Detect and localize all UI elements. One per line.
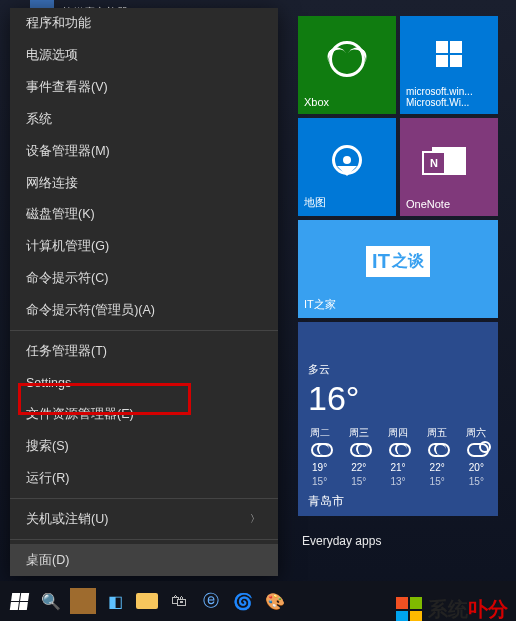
start-button[interactable] (6, 588, 32, 614)
forecast-day: 周六20°15° (459, 426, 494, 487)
onenote-icon (406, 124, 492, 198)
cm-command-prompt-admin[interactable]: 命令提示符(管理员)(A) (10, 294, 278, 326)
tile-sublabel: Microsoft.Wi... (406, 97, 492, 108)
microsoft-logo-icon (396, 597, 422, 622)
weather-condition: 多云 (298, 356, 498, 379)
taskbar-app-2[interactable]: ◧ (102, 588, 128, 614)
cm-separator (10, 539, 278, 540)
xbox-icon (304, 22, 390, 96)
cm-settings[interactable]: Settings (10, 367, 278, 399)
cm-shutdown-signout[interactable]: 关机或注销(U) 〉 (10, 503, 278, 535)
cm-separator (10, 330, 278, 331)
tile-onenote[interactable]: OneNote (400, 118, 498, 216)
chevron-right-icon: 〉 (250, 512, 260, 526)
weather-forecast: 周二19°15°周三22°15°周四21°13°周五22°15°周六20°15° (298, 424, 498, 487)
cm-event-viewer[interactable]: 事件查看器(V) (10, 72, 278, 104)
cm-file-explorer[interactable]: 文件资源管理器(E) (10, 399, 278, 431)
weather-location: 青岛市 (298, 487, 498, 516)
tile-weather[interactable]: 多云 16° 周二19°15°周三22°15°周四21°13°周五22°15°周… (298, 322, 498, 516)
tile-ms-windows[interactable]: microsoft.win... Microsoft.Wi... (400, 16, 498, 114)
cm-search[interactable]: 搜索(S) (10, 431, 278, 463)
cm-desktop[interactable]: 桌面(D) (10, 544, 278, 576)
store-icon[interactable]: 🛍 (166, 588, 192, 614)
cm-run[interactable]: 运行(R) (10, 463, 278, 495)
winx-context-menu: 程序和功能 电源选项 事件查看器(V) 系统 设备管理器(M) 网络连接 磁盘管… (10, 8, 278, 576)
weather-temp: 16° (298, 379, 498, 424)
file-explorer-icon[interactable] (134, 588, 160, 614)
cloud-icon (465, 443, 487, 459)
tile-xbox[interactable]: Xbox (298, 16, 396, 114)
tile-label: Xbox (304, 96, 390, 108)
cloud-icon (309, 443, 331, 459)
cm-power-options[interactable]: 电源选项 (10, 40, 278, 72)
tile-label: IT之家 (304, 297, 492, 312)
cm-separator (10, 498, 278, 499)
windows-icon (406, 22, 492, 86)
taskbar-app-4[interactable]: 🎨 (262, 588, 288, 614)
tile-label: microsoft.win... (406, 86, 492, 97)
tile-group-header[interactable]: Everyday apps (298, 526, 498, 556)
tile-ithome[interactable]: IT之谈 IT之家 (298, 220, 498, 318)
edge-icon[interactable]: ⓔ (198, 588, 224, 614)
search-icon[interactable]: 🔍 (38, 588, 64, 614)
tile-label: 地图 (304, 195, 390, 210)
cm-programs-features[interactable]: 程序和功能 (10, 8, 278, 40)
tile-maps[interactable]: 地图 (298, 118, 396, 216)
forecast-day: 周三22°15° (341, 426, 376, 487)
ithome-icon: IT之谈 (304, 226, 492, 297)
cm-task-manager[interactable]: 任务管理器(T) (10, 335, 278, 367)
start-tiles-area: Xbox microsoft.win... Microsoft.Wi... 地图… (298, 16, 508, 570)
cm-system[interactable]: 系统 (10, 103, 278, 135)
cm-network-connections[interactable]: 网络连接 (10, 167, 278, 199)
cm-device-manager[interactable]: 设备管理器(M) (10, 135, 278, 167)
forecast-day: 周二19°15° (302, 426, 337, 487)
cm-disk-management[interactable]: 磁盘管理(K) (10, 199, 278, 231)
cm-computer-management[interactable]: 计算机管理(G) (10, 231, 278, 263)
group-header-label: Everyday apps (302, 534, 494, 548)
watermark: 系统卟分 www.win7.com (392, 594, 512, 621)
cm-command-prompt[interactable]: 命令提示符(C) (10, 263, 278, 295)
tile-label: OneNote (406, 198, 492, 210)
taskbar-app-1[interactable] (70, 588, 96, 614)
taskbar-app-3[interactable]: 🌀 (230, 588, 256, 614)
forecast-day: 周五22°15° (420, 426, 455, 487)
forecast-day: 周四21°13° (380, 426, 415, 487)
cloud-icon (387, 443, 409, 459)
cloud-icon (348, 443, 370, 459)
cloud-icon (426, 443, 448, 459)
map-pin-icon (304, 124, 390, 195)
